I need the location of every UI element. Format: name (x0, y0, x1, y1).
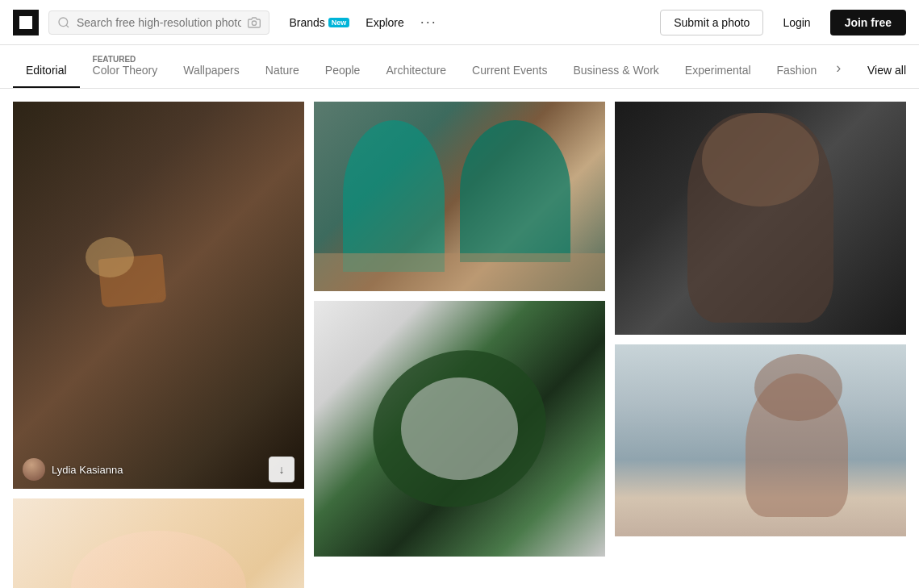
photo-card-beach[interactable]: ♡ + (615, 344, 906, 536)
photo-card-flowers[interactable]: ♡ + (13, 498, 304, 588)
add-button-store[interactable]: + (568, 110, 597, 139)
category-fashion[interactable]: Fashion (764, 54, 830, 88)
photo-col-3: ♡ + ♡ + (615, 102, 906, 588)
featured-label: FEATURED (93, 55, 158, 64)
category-wallpapers-label: Wallpapers (183, 64, 240, 77)
add-button-film[interactable]: + (568, 309, 597, 338)
category-wallpapers[interactable]: Wallpapers (170, 54, 253, 88)
download-button-coffee[interactable]: ↓ (269, 457, 294, 482)
category-nature-label: Nature (265, 64, 299, 77)
camera-icon[interactable] (248, 16, 261, 29)
like-button-beach[interactable]: ♡ (833, 352, 863, 382)
category-editorial[interactable]: Editorial (13, 54, 80, 88)
like-button-coffee[interactable]: ♡ (232, 110, 261, 139)
author-info-coffee: Lydia Kasianna (23, 458, 123, 481)
photo-grid: ♡ + Lydia Kasianna ↓ ♡ (0, 89, 919, 588)
category-architecture[interactable]: Architecture (373, 54, 459, 88)
category-color-theory[interactable]: FEATURED Color Theory (80, 45, 171, 88)
category-people-label: People (325, 64, 361, 77)
add-button-coffee[interactable]: + (267, 110, 296, 139)
photo-col-2: ♡ + ♡ + (314, 102, 605, 588)
category-current-events-label: Current Events (472, 64, 547, 77)
like-button-flowers[interactable]: ♡ (232, 507, 261, 536)
more-options-button[interactable]: ··· (420, 14, 437, 31)
brands-link[interactable]: Brands New (289, 16, 349, 29)
photo-col-1: ♡ + Lydia Kasianna ↓ ♡ (13, 102, 304, 588)
main-header: Brands New Explore ··· Submit a photo Lo… (0, 0, 919, 45)
login-button[interactable]: Login (773, 10, 820, 35)
join-button[interactable]: Join free (830, 10, 906, 35)
photo-card-film[interactable]: ♡ + (314, 301, 605, 557)
photo-card-portrait[interactable]: ♡ + (615, 102, 906, 335)
search-input[interactable] (77, 16, 241, 29)
photo-card-coffee[interactable]: ♡ + Lydia Kasianna ↓ (13, 102, 304, 489)
author-name-coffee: Lydia Kasianna (52, 464, 123, 476)
category-nature[interactable]: Nature (253, 54, 312, 88)
category-editorial-label: Editorial (26, 64, 67, 77)
like-button-store[interactable]: ♡ (533, 110, 562, 139)
categories-more-button[interactable]: › (829, 50, 847, 88)
logo-mark (19, 16, 32, 29)
category-color-theory-label: Color Theory (93, 64, 158, 77)
view-all-button[interactable]: View all (854, 54, 906, 88)
svg-line-1 (66, 25, 69, 27)
category-fashion-label: Fashion (777, 64, 817, 77)
category-experimental-label: Experimental (685, 64, 751, 77)
film-image (314, 301, 605, 557)
svg-point-2 (253, 21, 257, 25)
category-architecture-label: Architecture (386, 64, 446, 77)
add-button-portrait[interactable]: + (869, 110, 898, 139)
avatar-coffee (23, 458, 45, 481)
submit-photo-button[interactable]: Submit a photo (660, 10, 763, 35)
photo-footer-coffee: Lydia Kasianna ↓ (13, 450, 304, 489)
category-business-work-label: Business & Work (573, 64, 658, 77)
category-current-events[interactable]: Current Events (459, 54, 560, 88)
category-business-work[interactable]: Business & Work (560, 54, 671, 88)
coffee-image (13, 102, 304, 489)
brands-label: Brands (289, 16, 324, 29)
photo-card-store[interactable]: ♡ + (314, 102, 605, 291)
brands-badge: New (328, 18, 350, 27)
category-people[interactable]: People (312, 54, 374, 88)
search-icon (57, 16, 70, 29)
search-bar (48, 10, 269, 35)
svg-point-0 (59, 18, 68, 27)
like-button-film[interactable]: ♡ (533, 309, 562, 338)
category-experimental[interactable]: Experimental (672, 54, 764, 88)
add-button-beach[interactable]: + (869, 352, 898, 382)
category-nav: Editorial FEATURED Color Theory Wallpape… (0, 45, 919, 89)
add-button-flowers[interactable]: + (267, 507, 296, 536)
explore-label: Explore (366, 16, 403, 29)
explore-link[interactable]: Explore (366, 16, 403, 29)
like-button-portrait[interactable]: ♡ (833, 110, 863, 139)
nav-links: Brands New Explore ··· (289, 14, 437, 31)
logo[interactable] (13, 10, 39, 35)
